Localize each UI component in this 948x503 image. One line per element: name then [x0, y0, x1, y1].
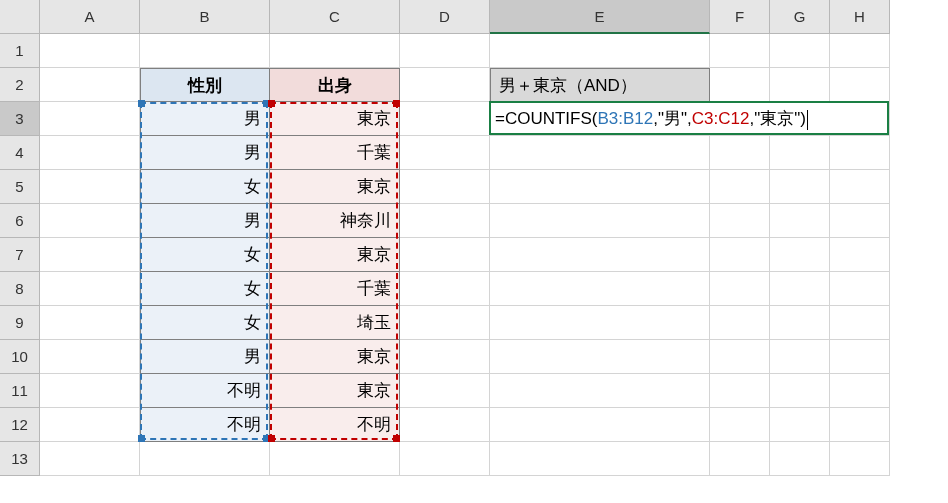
- row-header-11[interactable]: 11: [0, 374, 40, 408]
- row-header-7[interactable]: 7: [0, 238, 40, 272]
- cell-e7[interactable]: [490, 238, 710, 272]
- row-header-12[interactable]: 12: [0, 408, 40, 442]
- col-header-g[interactable]: G: [770, 0, 830, 34]
- cell-e13[interactable]: [490, 442, 710, 476]
- cell-e3[interactable]: [490, 102, 710, 136]
- cell-e11[interactable]: [490, 374, 710, 408]
- row-header-13[interactable]: 13: [0, 442, 40, 476]
- cell-e5[interactable]: [490, 170, 710, 204]
- cell-f6[interactable]: [710, 204, 770, 238]
- cell-b13[interactable]: [140, 442, 270, 476]
- cell-c5[interactable]: 東京: [270, 170, 400, 204]
- cell-g8[interactable]: [770, 272, 830, 306]
- cell-g5[interactable]: [770, 170, 830, 204]
- row-header-2[interactable]: 2: [0, 68, 40, 102]
- cell-c9[interactable]: 埼玉: [270, 306, 400, 340]
- cell-c11[interactable]: 東京: [270, 374, 400, 408]
- cell-g12[interactable]: [770, 408, 830, 442]
- cell-a11[interactable]: [40, 374, 140, 408]
- cell-a10[interactable]: [40, 340, 140, 374]
- cell-d1[interactable]: [400, 34, 490, 68]
- col-header-d[interactable]: D: [400, 0, 490, 34]
- cell-f5[interactable]: [710, 170, 770, 204]
- cell-b8[interactable]: 女: [140, 272, 270, 306]
- row-header-9[interactable]: 9: [0, 306, 40, 340]
- cell-d9[interactable]: [400, 306, 490, 340]
- cell-e10[interactable]: [490, 340, 710, 374]
- cell-f11[interactable]: [710, 374, 770, 408]
- cell-b1[interactable]: [140, 34, 270, 68]
- cell-b9[interactable]: 女: [140, 306, 270, 340]
- col-header-c[interactable]: C: [270, 0, 400, 34]
- cell-c10[interactable]: 東京: [270, 340, 400, 374]
- col-header-f[interactable]: F: [710, 0, 770, 34]
- cell-a3[interactable]: [40, 102, 140, 136]
- row-header-10[interactable]: 10: [0, 340, 40, 374]
- row-header-6[interactable]: 6: [0, 204, 40, 238]
- cell-d13[interactable]: [400, 442, 490, 476]
- cell-c3[interactable]: 東京: [270, 102, 400, 136]
- grid[interactable]: ABCDEFGH12性別出身男＋東京（AND）3男東京4男千葉5女東京6男神奈川…: [0, 0, 948, 476]
- select-all-corner[interactable]: [0, 0, 40, 34]
- cell-h9[interactable]: [830, 306, 890, 340]
- cell-a13[interactable]: [40, 442, 140, 476]
- cell-g4[interactable]: [770, 136, 830, 170]
- col-header-e[interactable]: E: [490, 0, 710, 34]
- cell-h4[interactable]: [830, 136, 890, 170]
- cell-d11[interactable]: [400, 374, 490, 408]
- cell-h13[interactable]: [830, 442, 890, 476]
- cell-g6[interactable]: [770, 204, 830, 238]
- cell-g3[interactable]: [770, 102, 830, 136]
- cell-g10[interactable]: [770, 340, 830, 374]
- cell-c12[interactable]: 不明: [270, 408, 400, 442]
- cell-c6[interactable]: 神奈川: [270, 204, 400, 238]
- row-header-3[interactable]: 3: [0, 102, 40, 136]
- cell-d3[interactable]: [400, 102, 490, 136]
- cell-d4[interactable]: [400, 136, 490, 170]
- row-header-5[interactable]: 5: [0, 170, 40, 204]
- cell-h8[interactable]: [830, 272, 890, 306]
- cell-g7[interactable]: [770, 238, 830, 272]
- cell-f4[interactable]: [710, 136, 770, 170]
- cell-e8[interactable]: [490, 272, 710, 306]
- cell-a2[interactable]: [40, 68, 140, 102]
- cell-h11[interactable]: [830, 374, 890, 408]
- cell-f1[interactable]: [710, 34, 770, 68]
- cell-b12[interactable]: 不明: [140, 408, 270, 442]
- cell-c1[interactable]: [270, 34, 400, 68]
- cell-a6[interactable]: [40, 204, 140, 238]
- cell-d12[interactable]: [400, 408, 490, 442]
- cell-b7[interactable]: 女: [140, 238, 270, 272]
- cell-a8[interactable]: [40, 272, 140, 306]
- cell-h7[interactable]: [830, 238, 890, 272]
- cell-c4[interactable]: 千葉: [270, 136, 400, 170]
- col-header-b[interactable]: B: [140, 0, 270, 34]
- cell-e9[interactable]: [490, 306, 710, 340]
- cell-c13[interactable]: [270, 442, 400, 476]
- cell-e12[interactable]: [490, 408, 710, 442]
- row-header-4[interactable]: 4: [0, 136, 40, 170]
- cell-b6[interactable]: 男: [140, 204, 270, 238]
- cell-f12[interactable]: [710, 408, 770, 442]
- cell-h6[interactable]: [830, 204, 890, 238]
- cell-d8[interactable]: [400, 272, 490, 306]
- cell-b11[interactable]: 不明: [140, 374, 270, 408]
- col-header-a[interactable]: A: [40, 0, 140, 34]
- cell-d7[interactable]: [400, 238, 490, 272]
- col-header-h[interactable]: H: [830, 0, 890, 34]
- cell-d10[interactable]: [400, 340, 490, 374]
- cell-f3[interactable]: [710, 102, 770, 136]
- cell-g13[interactable]: [770, 442, 830, 476]
- row-header-8[interactable]: 8: [0, 272, 40, 306]
- cell-b5[interactable]: 女: [140, 170, 270, 204]
- cell-b3[interactable]: 男: [140, 102, 270, 136]
- cell-a9[interactable]: [40, 306, 140, 340]
- cell-d5[interactable]: [400, 170, 490, 204]
- cell-f2[interactable]: [710, 68, 770, 102]
- cell-h12[interactable]: [830, 408, 890, 442]
- cell-h5[interactable]: [830, 170, 890, 204]
- cell-h2[interactable]: [830, 68, 890, 102]
- cell-f7[interactable]: [710, 238, 770, 272]
- cell-f8[interactable]: [710, 272, 770, 306]
- cell-e4[interactable]: [490, 136, 710, 170]
